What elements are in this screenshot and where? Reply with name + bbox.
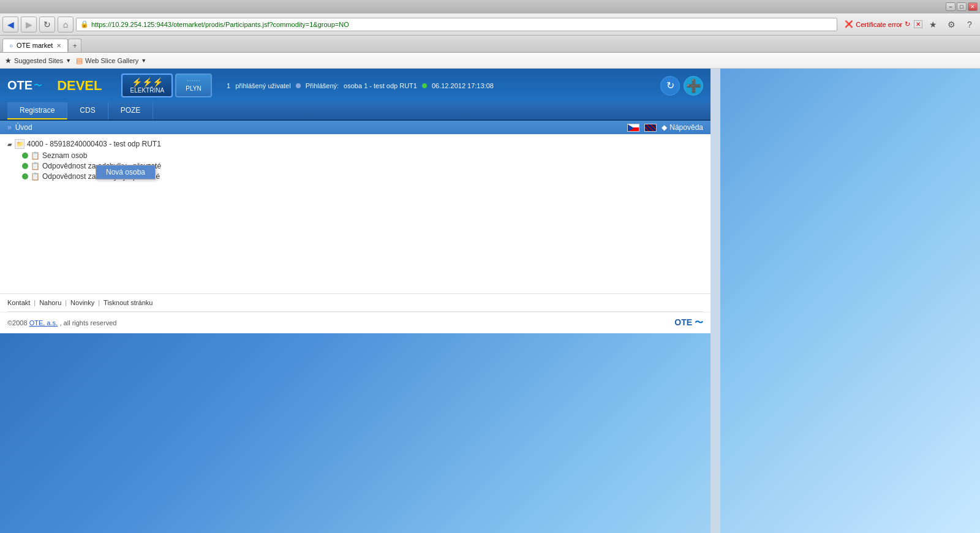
back-btn[interactable]: ◀ [2, 17, 18, 32]
napoveda-btn[interactable]: ◆ Nápověda [662, 123, 703, 132]
footer-sep-3: | [98, 299, 100, 306]
dropdown-popup: Nová osoba [96, 165, 156, 180]
elektrina-label: ELEKTŘINA [130, 87, 164, 94]
ote-logo-footer: OTE 〜 [674, 317, 703, 328]
header-actions: ↻ ➕ [660, 76, 703, 96]
app-header: OTE 〜 DEVEL ⚡⚡⚡ ELEKTŘINA ⋯⋯ PLYN 1 přih… [0, 69, 710, 102]
tree-bullet-3 [22, 173, 28, 180]
bookmark-suggested-sites[interactable]: ★ Suggested Sites ▼ [5, 56, 71, 65]
cert-error-text: Certificate error [856, 21, 902, 28]
elektrina-icons: ⚡⚡⚡ [130, 77, 164, 87]
add-btn[interactable]: ➕ [684, 76, 703, 96]
tree-item-seznam-osob: 📋 Seznam osob Nová osoba [22, 151, 703, 160]
footer-link-nahoru[interactable]: Nahoru [39, 299, 61, 306]
prihlaseny-colon: Přihlášený: [306, 82, 339, 89]
ote-logo: OTE 〜 [7, 78, 42, 93]
star-icon: ★ [5, 56, 12, 65]
tree-area: ▰ 📁 4000 - 85918240000403 - test odp RUT… [0, 134, 710, 257]
devel-label: DEVEL [57, 78, 102, 94]
list-icon-2: 📋 [31, 162, 40, 170]
forward-btn[interactable]: ▶ [21, 17, 37, 32]
tree-label-seznam[interactable]: Seznam osob [42, 151, 87, 160]
copyright-prefix: ©2008 [7, 319, 29, 327]
address-bar[interactable]: 🔒 https://10.29.254.125:9443/otemarket/p… [76, 18, 837, 31]
cert-error-icon: ❌ [845, 20, 853, 28]
prihlaseny-label: přihlášený uživatel [235, 82, 291, 89]
footer-links: Kontakt | Nahoru | Novinky | Tisknout st… [0, 293, 710, 311]
user-info-dot [296, 83, 301, 88]
maximize-btn[interactable]: □ [957, 2, 967, 11]
address-text: https://10.29.254.125:9443/otemarket/pro… [91, 21, 349, 28]
home-btn[interactable]: ⌂ [58, 17, 74, 32]
tree-root-label: 4000 - 85918240000403 - test odp RUT1 [27, 140, 161, 148]
list-icon-1: 📋 [31, 151, 40, 160]
tab-cds[interactable]: CDS [67, 102, 108, 119]
favorites-btn[interactable]: ★ [925, 17, 941, 32]
title-bar: – □ ✕ [0, 0, 980, 13]
tab-close-icon[interactable]: ✕ [56, 42, 61, 49]
napoveda-label: Nápověda [669, 123, 703, 132]
close-btn[interactable]: ✕ [968, 2, 978, 11]
elektrina-btn[interactable]: ⚡⚡⚡ ELEKTŘINA [121, 74, 173, 97]
tab-poze[interactable]: POZE [108, 102, 154, 119]
tree-children: 📋 Seznam osob Nová osoba 📋 Odpovědnost z… [22, 151, 703, 181]
web-slice-label: Web Slice Gallery [85, 57, 138, 64]
footer-link-kontakt[interactable]: Kontakt [7, 299, 30, 306]
chevron-down-icon-2: ▼ [141, 58, 146, 64]
tools-btn[interactable]: ⚙ [943, 17, 959, 32]
tree-root: ▰ 📁 4000 - 85918240000403 - test odp RUT… [7, 139, 703, 149]
breadcrumb-label: Úvod [15, 123, 32, 132]
copyright-footer: ©2008 OTE, a.s. , all rights reserved OT… [0, 312, 710, 333]
suggested-sites-label: Suggested Sites [14, 57, 63, 64]
footer-ote-text: OTE [674, 317, 692, 327]
plyn-btn[interactable]: ⋯⋯ PLYN [175, 74, 212, 97]
refresh-nav-btn[interactable]: ↻ [39, 17, 55, 32]
scrollbar-area[interactable] [710, 69, 720, 533]
footer-wave-icon: 〜 [695, 317, 703, 327]
plyn-label: PLYN [184, 85, 203, 92]
cert-refresh-icon: ↻ [905, 20, 910, 28]
nav-bar: ◀ ▶ ↻ ⌂ 🔒 https://10.29.254.125:9443/ote… [0, 13, 980, 36]
plyn-icons: ⋯⋯ [184, 77, 203, 85]
flag-uk[interactable] [644, 124, 657, 132]
chevron-down-icon: ▼ [66, 58, 71, 64]
tab-registrace[interactable]: Registrace [7, 102, 67, 119]
rss-icon: ▤ [76, 56, 83, 65]
cert-error-badge[interactable]: ❌ Certificate error ↻ ✕ [845, 20, 922, 28]
footer-link-novinky[interactable]: Novinky [70, 299, 94, 306]
user-count: 1 [227, 82, 230, 89]
user-name: osoba 1 - test odp RUT1 [344, 82, 417, 89]
datetime: 06.12.2012 17:13:08 [432, 82, 494, 89]
twitter-icon: ◆ [662, 123, 667, 132]
tab-favicon: ○ [9, 42, 13, 49]
refresh-btn[interactable]: ↻ [660, 76, 680, 96]
app-nav-tabs: Registrace CDS POZE [0, 102, 710, 121]
browser-tab-active[interactable]: ○ OTE market ✕ [2, 39, 68, 52]
double-arrow-icon: » [7, 123, 12, 132]
address-lock-icon: 🔒 [80, 20, 89, 28]
breadcrumb-bar: » Úvod ◆ Nápověda [0, 121, 710, 134]
tree-bullet-1 [22, 153, 28, 159]
user-dot [422, 83, 427, 88]
tree-minus-icon[interactable]: ▰ [7, 141, 12, 148]
copyright-text-area: ©2008 OTE, a.s. , all rights reserved [7, 319, 116, 327]
dropdown-item-nova-osoba[interactable]: Nová osoba [96, 165, 155, 179]
flag-cz[interactable] [627, 124, 639, 132]
ote-wave-icon: 〜 [34, 80, 42, 91]
folder-icon: 📁 [15, 139, 24, 149]
footer-sep-1: | [34, 299, 36, 306]
tab-bar: ○ OTE market ✕ + [0, 36, 980, 53]
minimize-btn[interactable]: – [946, 2, 956, 11]
list-icon-3: 📋 [31, 172, 40, 181]
header-info: 1 přihlášený uživatel Přihlášený: osoba … [227, 82, 494, 89]
ote-text: OTE [7, 78, 32, 93]
main-area: » Úvod ◆ Nápověda ▰ 📁 40 [0, 121, 710, 333]
breadcrumb-left: » Úvod [7, 123, 32, 132]
copyright-suffix: , all rights reserved [59, 319, 116, 327]
help-btn[interactable]: ? [962, 17, 978, 32]
new-tab-btn[interactable]: + [68, 39, 81, 52]
bookmarks-bar: ★ Suggested Sites ▼ ▤ Web Slice Gallery … [0, 53, 980, 69]
copyright-link[interactable]: OTE, a.s. [29, 319, 58, 327]
bookmark-web-slice[interactable]: ▤ Web Slice Gallery ▼ [76, 56, 146, 65]
footer-link-tisknout[interactable]: Tisknout stránku [104, 299, 153, 306]
